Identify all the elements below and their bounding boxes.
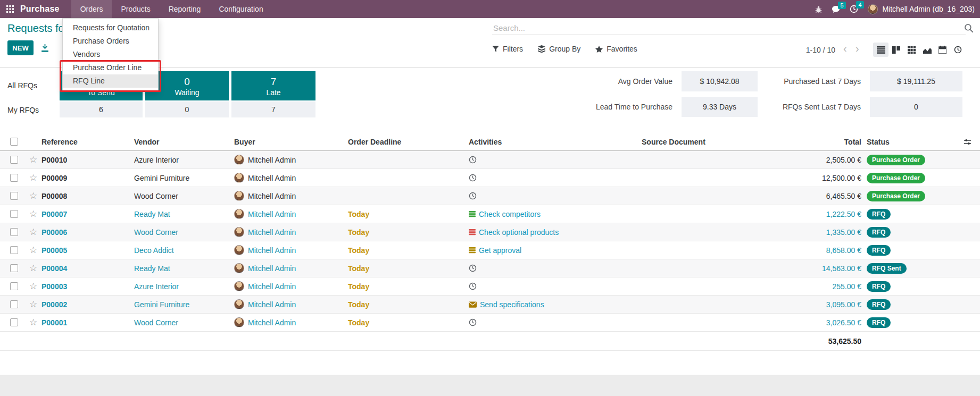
table-row[interactable]: ☆ P00009 Gemini Furniture Mitchell Admin… (0, 169, 980, 187)
table-row[interactable]: ☆ P00005 Deco Addict Mitchell Admin Toda… (0, 241, 980, 259)
activity-cell[interactable]: Get approval (469, 246, 642, 255)
row-star-icon[interactable]: ☆ (29, 245, 41, 256)
kpi-card-late[interactable]: 7 Late (231, 71, 315, 100)
table-row[interactable]: ☆ P00006 Wood Corner Mitchell Admin Toda… (0, 223, 980, 241)
activity-cell[interactable] (469, 282, 642, 290)
reference-cell[interactable]: P00003 (41, 282, 134, 291)
row-star-icon[interactable]: ☆ (29, 226, 41, 238)
column-header-source-document[interactable]: Source Document (642, 138, 793, 146)
reference-cell[interactable]: P00001 (41, 318, 134, 327)
reference-cell[interactable]: P00007 (41, 210, 134, 218)
nav-menu-reporting[interactable]: Reporting (160, 0, 210, 18)
kanban-view-icon[interactable] (888, 43, 904, 57)
row-checkbox[interactable] (10, 318, 18, 326)
clock-activity-icon[interactable] (469, 156, 477, 164)
nav-menu-orders[interactable]: Orders (71, 0, 112, 18)
column-header-order-deadline[interactable]: Order Deadline (348, 138, 469, 146)
search-input[interactable] (492, 21, 966, 35)
menu-item-rfq-line[interactable]: RFQ Line (63, 74, 158, 88)
menu-item-requests-for-quotation[interactable]: Requests for Quotation (63, 21, 158, 35)
list-activity-icon[interactable] (469, 211, 476, 217)
reference-cell[interactable]: P00008 (41, 192, 134, 200)
row-star-icon[interactable]: ☆ (29, 154, 41, 165)
apps-icon[interactable] (6, 5, 14, 13)
list-view-icon[interactable] (873, 43, 888, 57)
activity-label[interactable]: Send specifications (480, 300, 544, 309)
table-row[interactable]: ☆ P00001 Wood Corner Mitchell Admin Toda… (0, 314, 980, 332)
nav-menu-configuration[interactable]: Configuration (210, 0, 272, 18)
envelope-icon[interactable] (469, 301, 477, 308)
activity-cell[interactable]: Send specifications (469, 300, 642, 309)
pager-next-icon[interactable]: › (856, 43, 859, 55)
group-by-button[interactable]: Group By (538, 45, 580, 53)
user-menu[interactable]: Mitchell Admin (db_16_203) (868, 4, 975, 14)
row-checkbox[interactable] (10, 282, 18, 290)
pivot-view-icon[interactable] (904, 43, 919, 57)
table-row[interactable]: ☆ P00004 Ready Mat Mitchell Admin Today … (0, 259, 980, 277)
row-checkbox[interactable] (10, 192, 18, 200)
clock-activity-icon[interactable] (469, 282, 477, 290)
reference-cell[interactable]: P00004 (41, 264, 134, 273)
reference-cell[interactable]: P00009 (41, 174, 134, 182)
nav-menu-products[interactable]: Products (112, 0, 159, 18)
column-header-vendor[interactable]: Vendor (134, 138, 234, 146)
activity-label[interactable]: Get approval (479, 246, 521, 255)
row-star-icon[interactable]: ☆ (29, 208, 41, 220)
app-name[interactable]: Purchase (20, 4, 60, 14)
my-rfqs-late-value[interactable]: 7 (231, 102, 315, 117)
table-row[interactable]: ☆ P00008 Wood Corner Mitchell Admin 6,46… (0, 187, 980, 205)
list-activity-icon[interactable] (469, 229, 476, 235)
column-header-reference[interactable]: Reference (41, 138, 134, 146)
activity-cell[interactable] (469, 318, 642, 326)
row-star-icon[interactable]: ☆ (29, 317, 41, 328)
row-checkbox[interactable] (10, 300, 18, 308)
activities-icon[interactable]: 4 (850, 5, 858, 13)
activity-cell[interactable] (469, 192, 642, 200)
row-checkbox[interactable] (10, 210, 18, 218)
filters-button[interactable]: Filters (492, 45, 523, 53)
row-checkbox[interactable] (10, 264, 18, 272)
row-star-icon[interactable]: ☆ (29, 299, 41, 310)
row-checkbox[interactable] (10, 228, 18, 236)
activity-cell[interactable] (469, 156, 642, 164)
table-row[interactable]: ☆ P00003 Azure Interior Mitchell Admin T… (0, 277, 980, 296)
my-rfqs-to-send-value[interactable]: 6 (60, 102, 143, 117)
menu-item-purchase-orders[interactable]: Purchase Orders (63, 35, 158, 48)
row-star-icon[interactable]: ☆ (29, 190, 41, 201)
row-checkbox[interactable] (10, 156, 18, 164)
reference-cell[interactable]: P00005 (41, 246, 134, 255)
messages-icon[interactable]: 5 (832, 5, 840, 13)
column-header-status[interactable]: Status (867, 138, 964, 146)
list-activity-icon[interactable] (469, 247, 476, 254)
menu-item-purchase-order-line[interactable]: Purchase Order Line (63, 61, 158, 74)
clock-activity-icon[interactable] (469, 192, 477, 200)
row-star-icon[interactable]: ☆ (29, 263, 41, 274)
clock-activity-icon[interactable] (469, 318, 477, 326)
column-header-buyer[interactable]: Buyer (234, 138, 348, 146)
search-icon[interactable] (964, 23, 974, 33)
activity-label[interactable]: Check competitors (479, 210, 541, 218)
calendar-view-icon[interactable] (935, 43, 950, 57)
my-rfqs-waiting-value[interactable]: 0 (145, 102, 229, 117)
column-settings-icon[interactable] (964, 138, 980, 146)
download-icon[interactable] (40, 44, 49, 53)
activity-view-icon[interactable] (950, 43, 966, 57)
reference-cell[interactable]: P00002 (41, 300, 134, 309)
clock-activity-icon[interactable] (469, 174, 477, 182)
activity-cell[interactable]: Check competitors (469, 210, 642, 218)
menu-item-vendors[interactable]: Vendors (63, 48, 158, 61)
column-header-total[interactable]: Total (793, 138, 867, 146)
table-row[interactable]: ☆ P00010 Azure Interior Mitchell Admin 2… (0, 151, 980, 169)
row-checkbox[interactable] (10, 174, 18, 182)
select-all-checkbox[interactable] (10, 138, 18, 146)
activity-label[interactable]: Check optional products (479, 228, 559, 237)
reference-cell[interactable]: P00006 (41, 228, 134, 237)
activity-cell[interactable] (469, 174, 642, 182)
reference-cell[interactable]: P00010 (41, 156, 134, 164)
favorites-button[interactable]: Favorites (595, 45, 637, 53)
row-checkbox[interactable] (10, 246, 18, 254)
row-star-icon[interactable]: ☆ (29, 281, 41, 292)
new-button[interactable]: NEW (7, 40, 34, 55)
row-star-icon[interactable]: ☆ (29, 172, 41, 183)
activity-cell[interactable]: Check optional products (469, 228, 642, 237)
